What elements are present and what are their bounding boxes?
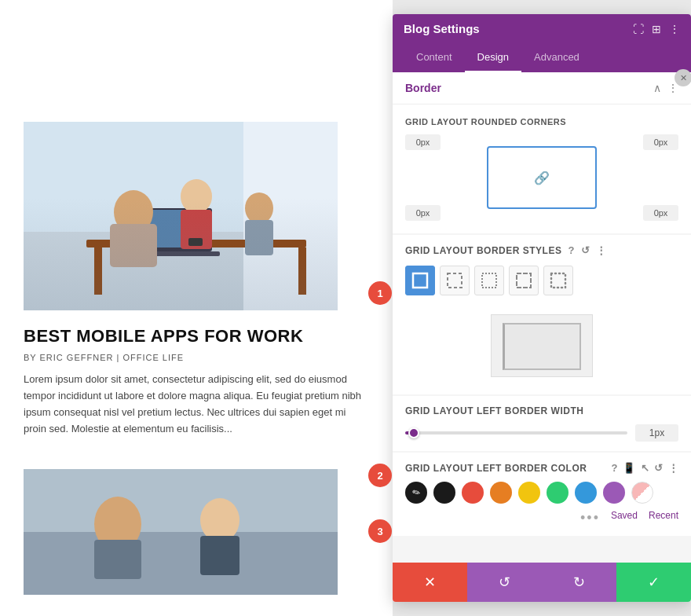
redo-button[interactable]: ↻ (542, 563, 616, 602)
svg-rect-5 (298, 248, 306, 295)
color-reset-icon[interactable]: ↺ (654, 462, 664, 474)
tab-content[interactable]: Content (404, 43, 465, 72)
border-section: Border ∧ ⋮ Grid Layout Rounded Corners 🔗 (393, 72, 691, 233)
border-styles-label: Grid Layout Border Styles (405, 245, 561, 256)
left-border-color-label: Grid Layout Left Border Color (405, 463, 587, 474)
panel-footer: ✕ ↺ ↻ ✓ (393, 563, 691, 602)
slider-thumb[interactable] (408, 427, 419, 438)
border-reset-icon[interactable]: ↺ (581, 244, 590, 256)
collapse-icon[interactable]: ∧ (653, 82, 661, 94)
step-indicator-1: 1 (368, 281, 392, 305)
color-swatch-black[interactable] (433, 482, 455, 504)
step-indicator-3: 3 (368, 519, 392, 543)
border-preview-inner (503, 323, 581, 370)
settings-panel: Blog Settings ⛶ ⊞ ⋮ Content Design Advan… (393, 14, 691, 602)
svg-point-20 (200, 498, 239, 542)
border-styles-header: Grid Layout Border Styles ? ↺ ⋮ (405, 244, 678, 256)
color-swatch-orange[interactable] (490, 482, 512, 504)
corners-preview: 🔗 (487, 146, 597, 209)
save-button[interactable]: ✓ (616, 563, 691, 602)
color-swatch-purple[interactable] (603, 482, 625, 504)
color-swatch-yellow[interactable] (518, 482, 540, 504)
blog-image-bottom (24, 469, 338, 595)
svg-rect-25 (517, 273, 531, 288)
corner-tr-input[interactable] (643, 134, 678, 150)
border-style-dotted[interactable] (543, 266, 573, 295)
more-options-icon[interactable]: ⋮ (669, 23, 680, 35)
border-help-icon[interactable]: ? (568, 244, 574, 256)
color-swatches (405, 482, 678, 504)
cancel-button[interactable]: ✕ (393, 563, 467, 602)
border-more-icon[interactable]: ⋮ (596, 244, 607, 256)
link-icon[interactable]: 🔗 (534, 170, 550, 185)
blog-image-top (24, 122, 338, 310)
more-swatches-dots[interactable]: ••• (580, 510, 600, 526)
svg-rect-12 (181, 210, 212, 249)
section-header-border: Border ∧ ⋮ (393, 72, 691, 104)
grid-icon[interactable]: ⊞ (652, 23, 661, 35)
blog-preview: BEST MOBILE APPS FOR WORK BY ERIC GEFFNE… (0, 0, 393, 616)
rounded-corners-label: Grid Layout Rounded Corners (405, 117, 678, 126)
color-swatch-red[interactable] (462, 482, 484, 504)
color-help-icon[interactable]: ? (612, 462, 618, 474)
color-picker-button[interactable] (405, 482, 427, 504)
border-style-options (405, 266, 678, 295)
svg-rect-3 (86, 240, 306, 248)
svg-rect-7 (143, 210, 210, 248)
color-label-icons: ? 📱 ↖ ↺ ⋮ (612, 462, 678, 474)
left-border-width-label: Grid Layout Left Border Width (405, 405, 678, 416)
corner-br-input[interactable] (643, 205, 678, 221)
border-style-solid[interactable] (405, 266, 435, 295)
step-indicator-2: 2 (368, 464, 392, 487)
svg-point-9 (114, 190, 153, 234)
color-phone-icon[interactable]: 📱 (623, 462, 636, 474)
rounded-corners-container: Grid Layout Rounded Corners 🔗 (393, 104, 691, 233)
slider-section: Grid Layout Left Border Width (393, 396, 691, 451)
recent-button[interactable]: Recent (649, 510, 678, 526)
corner-bl-input[interactable] (405, 205, 441, 221)
tab-advanced[interactable]: Advanced (521, 43, 592, 72)
svg-rect-19 (94, 540, 141, 579)
border-style-dashed-2[interactable] (474, 266, 504, 295)
svg-rect-15 (188, 238, 203, 246)
color-cursor-icon[interactable]: ↖ (641, 462, 650, 474)
svg-rect-24 (482, 273, 496, 288)
border-preview-box (491, 314, 593, 377)
panel-close-button[interactable]: ✕ (675, 69, 691, 86)
blog-excerpt: Lorem ipsum dolor sit amet, consectetur … (24, 372, 369, 437)
blog-title: BEST MOBILE APPS FOR WORK (24, 326, 369, 346)
saved-button[interactable]: Saved (611, 510, 638, 526)
border-styles-section: Grid Layout Border Styles ? ↺ ⋮ (393, 235, 691, 394)
svg-rect-21 (200, 536, 239, 575)
svg-rect-4 (94, 248, 102, 295)
tab-design[interactable]: Design (465, 43, 521, 72)
color-label-row: Grid Layout Left Border Color ? 📱 ↖ ↺ ⋮ (405, 462, 678, 474)
panel-body: Border ∧ ⋮ Grid Layout Rounded Corners 🔗 (393, 72, 691, 563)
panel-tabs: Content Design Advanced (393, 43, 691, 72)
color-footer: ••• Saved Recent (405, 510, 678, 526)
color-swatch-eraser[interactable] (631, 482, 653, 504)
svg-rect-6 (141, 208, 212, 251)
undo-button[interactable]: ↺ (467, 563, 542, 602)
slider-track[interactable] (405, 431, 627, 434)
svg-point-13 (245, 192, 273, 224)
color-more-icon[interactable]: ⋮ (668, 462, 679, 474)
section-title-border: Border (405, 82, 441, 94)
svg-rect-10 (110, 224, 157, 267)
color-section: Grid Layout Left Border Color ? 📱 ↖ ↺ ⋮ (393, 453, 691, 536)
color-swatch-blue[interactable] (575, 482, 597, 504)
svg-rect-22 (413, 273, 427, 288)
svg-rect-14 (245, 220, 273, 255)
fullscreen-icon[interactable]: ⛶ (633, 23, 644, 35)
corner-tl-input[interactable] (405, 134, 441, 150)
svg-rect-8 (133, 251, 220, 256)
color-swatch-green[interactable] (547, 482, 569, 504)
svg-rect-23 (448, 273, 462, 288)
slider-value-input[interactable] (635, 424, 678, 442)
border-style-dashed-3[interactable] (509, 266, 539, 295)
corners-grid: 🔗 (405, 134, 678, 221)
panel-title: Blog Settings (404, 22, 480, 35)
svg-point-11 (181, 179, 212, 214)
border-style-dashed-1[interactable] (440, 266, 470, 295)
svg-rect-2 (243, 122, 338, 310)
